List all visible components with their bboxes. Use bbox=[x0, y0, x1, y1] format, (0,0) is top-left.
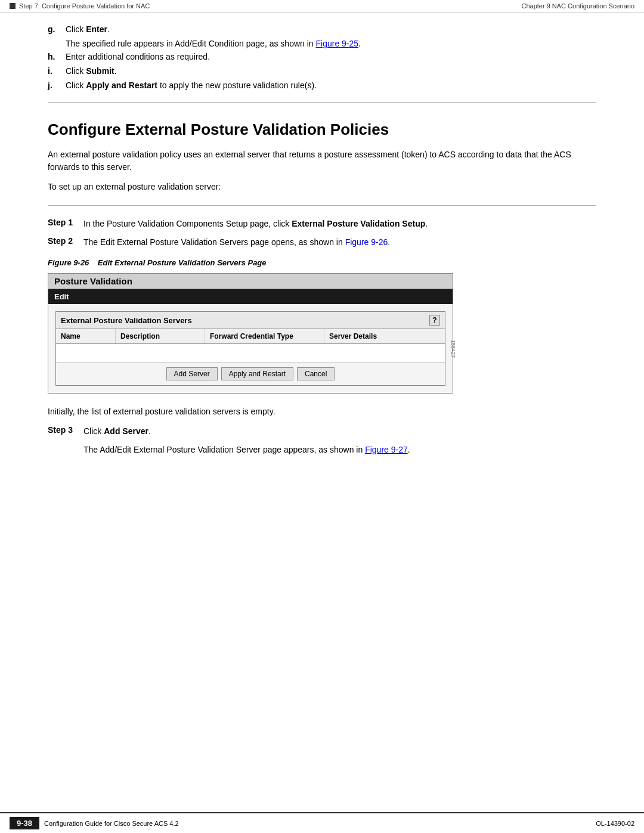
step-j-text: Click Apply and Restart to apply the new… bbox=[66, 80, 596, 90]
numbered-step-1: Step 1 In the Posture Validation Compone… bbox=[48, 218, 596, 230]
header-right-text: Chapter 9 NAC Configuration Scenario bbox=[521, 2, 634, 10]
figure-9-26-link[interactable]: Figure 9-26 bbox=[345, 237, 388, 247]
pv-col-headers: Name Description Forward Credential Type… bbox=[56, 329, 445, 344]
step-g-letter: g. bbox=[48, 24, 66, 34]
step-j: j. Click Apply and Restart to apply the … bbox=[48, 80, 596, 90]
apply-restart-button[interactable]: Apply and Restart bbox=[221, 367, 293, 380]
step3-subtext: The Add/Edit External Posture Validation… bbox=[83, 444, 596, 456]
step-3-content: Click Add Server. bbox=[83, 425, 596, 438]
step-g-bold: Enter bbox=[86, 24, 107, 34]
pv-empty-row bbox=[56, 344, 445, 362]
pv-table-title: External Posture Validation Servers bbox=[61, 316, 192, 325]
step-g-subtext: The specified rule appears in Add/Edit C… bbox=[66, 39, 596, 48]
step-2-content: The Edit External Posture Validation Ser… bbox=[83, 236, 596, 249]
col-header-description: Description bbox=[116, 329, 205, 343]
step-g-text: Click Enter. bbox=[66, 24, 596, 34]
step-h: h. Enter additional conditions as requir… bbox=[48, 52, 596, 61]
posture-validation-ui: Posture Validation Edit External Posture… bbox=[48, 273, 453, 394]
step3-intro-text: Initially, the list of external posture … bbox=[48, 405, 596, 418]
figure-num: Figure 9-26 bbox=[48, 258, 89, 267]
col-header-credential: Forward Credential Type bbox=[205, 329, 324, 343]
main-content: g. Click Enter. The specified rule appea… bbox=[0, 13, 644, 511]
help-icon[interactable]: ? bbox=[429, 315, 440, 326]
footer-doc-number: OL-14390-02 bbox=[596, 820, 634, 827]
step-i: i. Click Submit. bbox=[48, 66, 596, 76]
header-icon bbox=[10, 3, 16, 9]
header-step-text: Step 7: Configure Posture Validation for… bbox=[19, 2, 150, 10]
help-icon-label: ? bbox=[432, 316, 436, 324]
step-h-letter: h. bbox=[48, 52, 66, 61]
figure-caption: Figure 9-26 Edit External Posture Valida… bbox=[48, 258, 596, 267]
divider-2 bbox=[48, 205, 596, 206]
pv-button-row: Add Server Apply and Restart Cancel bbox=[56, 362, 445, 385]
step-h-text: Enter additional conditions as required. bbox=[66, 52, 596, 61]
pv-table-container: External Posture Validation Servers ? Na… bbox=[55, 311, 445, 386]
figure-9-25-link[interactable]: Figure 9-25 bbox=[316, 39, 359, 48]
step-3-label: Step 3 bbox=[48, 425, 83, 438]
step-1-content: In the Posture Validation Components Set… bbox=[83, 218, 596, 230]
col-header-name: Name bbox=[56, 329, 116, 343]
step-i-letter: i. bbox=[48, 66, 66, 76]
pv-edit-bar: Edit bbox=[48, 289, 453, 304]
section-body-1: An external posture validation policy us… bbox=[48, 148, 596, 174]
col-header-server-details: Server Details bbox=[324, 329, 414, 343]
step-1-bold: External Posture Validation Setup bbox=[292, 219, 425, 228]
add-server-button[interactable]: Add Server bbox=[166, 367, 218, 380]
figure-9-27-link[interactable]: Figure 9-27 bbox=[365, 445, 408, 454]
step-i-bold: Submit bbox=[86, 66, 114, 76]
page-number-box: 9-38 bbox=[10, 817, 39, 829]
numbered-step-2: Step 2 The Edit External Posture Validat… bbox=[48, 236, 596, 249]
header-left: Step 7: Configure Posture Validation for… bbox=[10, 2, 150, 10]
section-heading: Configure External Posture Validation Po… bbox=[48, 120, 596, 139]
intro-steps: g. Click Enter. The specified rule appea… bbox=[48, 24, 596, 90]
step-i-text: Click Submit. bbox=[66, 66, 596, 76]
pv-inner: External Posture Validation Servers ? Na… bbox=[48, 304, 453, 393]
pv-table-wrapper: External Posture Validation Servers ? Na… bbox=[55, 311, 445, 386]
numbered-step-3: Step 3 Click Add Server. bbox=[48, 425, 596, 438]
step-3-bold: Add Server bbox=[104, 426, 148, 436]
pv-table-header: External Posture Validation Servers ? bbox=[56, 312, 445, 329]
page-footer: 9-38 Configuration Guide for Cisco Secur… bbox=[0, 812, 644, 833]
page-header: Step 7: Configure Posture Validation for… bbox=[0, 0, 644, 13]
pv-title-bar: Posture Validation bbox=[48, 274, 453, 289]
footer-doc-title: Configuration Guide for Cisco Secure ACS… bbox=[44, 820, 179, 827]
step-j-letter: j. bbox=[48, 80, 66, 90]
step-g: g. Click Enter. bbox=[48, 24, 596, 34]
step-2-label: Step 2 bbox=[48, 236, 83, 249]
figure-side-label: 158427 bbox=[450, 339, 456, 357]
divider-1 bbox=[48, 102, 596, 103]
figure-title: Edit External Posture Validation Servers… bbox=[98, 258, 267, 267]
step-j-bold: Apply and Restart bbox=[86, 80, 157, 90]
step-1-label: Step 1 bbox=[48, 218, 83, 230]
cancel-button[interactable]: Cancel bbox=[297, 367, 335, 380]
section-body-2: To set up an external posture validation… bbox=[48, 181, 596, 193]
footer-left: 9-38 Configuration Guide for Cisco Secur… bbox=[10, 817, 179, 829]
